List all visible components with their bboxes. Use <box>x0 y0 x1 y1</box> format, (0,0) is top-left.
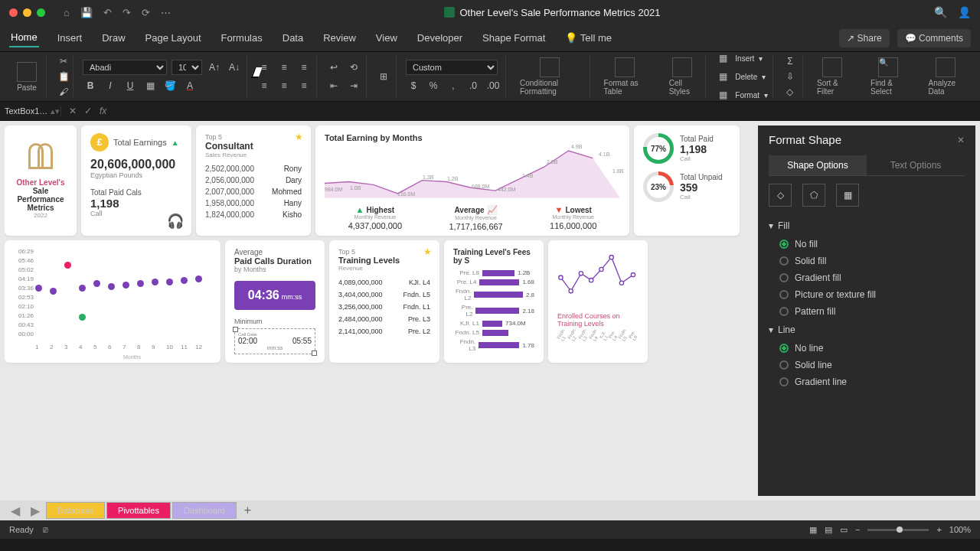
align-center-icon[interactable]: ≡ <box>276 78 292 93</box>
shape-options-tab[interactable]: Shape Options <box>769 155 867 175</box>
format-cells-icon[interactable]: ▦ <box>715 87 730 103</box>
sheet-dashboard[interactable]: Dashboard <box>172 502 237 519</box>
clear-icon[interactable]: ◇ <box>782 86 798 98</box>
refresh-icon[interactable]: ⟳ <box>142 7 150 18</box>
text-options-tab[interactable]: Text Options <box>867 155 965 175</box>
fill-line-icon[interactable]: ◇ <box>769 184 792 207</box>
align-bot-icon[interactable]: ≡ <box>296 60 312 75</box>
fill-opt[interactable]: Gradient fill <box>779 269 965 286</box>
comments-button[interactable]: 💬 Comments <box>897 29 971 47</box>
minimize-window[interactable] <box>23 8 31 17</box>
wrap-icon[interactable]: ↩ <box>326 60 341 75</box>
comma-icon[interactable]: , <box>446 78 461 93</box>
orient-icon[interactable]: ⟲ <box>346 60 361 75</box>
tab-draw[interactable]: Draw <box>100 29 126 47</box>
currency-icon[interactable]: $ <box>406 78 421 93</box>
percent-icon[interactable]: % <box>426 78 441 93</box>
effects-icon[interactable]: ⬠ <box>802 184 825 207</box>
selected-textbox[interactable]: Call Date 02:0005:55 mm:ss <box>234 328 315 354</box>
zoom-value[interactable]: 100% <box>949 525 971 534</box>
home-icon[interactable]: ⌂ <box>64 7 70 18</box>
view-break-icon[interactable]: ▭ <box>840 525 848 535</box>
more-icon[interactable]: ⋯ <box>161 7 171 18</box>
align-right-icon[interactable]: ≡ <box>296 78 312 93</box>
fillcolor-icon[interactable]: 🪣 <box>162 78 178 93</box>
format-table-button[interactable]: Format as Table <box>599 57 651 96</box>
tab-formulas[interactable]: Formulas <box>220 29 264 47</box>
tab-home[interactable]: Home <box>9 28 39 47</box>
italic-button[interactable]: I <box>103 78 118 93</box>
decrease-font-icon[interactable]: A↓ <box>227 60 242 75</box>
fontcolor-icon[interactable]: A <box>182 78 198 93</box>
add-sheet-icon[interactable]: + <box>238 504 257 517</box>
undo-icon[interactable]: ↶ <box>103 7 112 18</box>
align-left-icon[interactable]: ≡ <box>256 78 272 93</box>
zoom-out-icon[interactable]: − <box>855 525 860 534</box>
fill-icon[interactable]: ⇩ <box>782 70 798 83</box>
align-mid-icon[interactable]: ≡ <box>276 60 292 75</box>
macro-icon[interactable]: ⎚ <box>43 525 48 534</box>
tab-pagelayout[interactable]: Page Layout <box>144 29 203 47</box>
cond-format-button[interactable]: Conditional Formatting <box>515 57 585 96</box>
sheet-prev-icon[interactable]: ◀ <box>6 504 24 518</box>
line-opt[interactable]: No line <box>779 340 965 357</box>
fill-opt[interactable]: No fill <box>779 236 965 253</box>
analyze-button[interactable]: Analyze Data <box>924 57 968 96</box>
bold-button[interactable]: B <box>83 78 98 93</box>
accept-fx-icon[interactable]: ✓ <box>84 106 92 116</box>
view-normal-icon[interactable]: ▦ <box>809 525 817 535</box>
cancel-fx-icon[interactable]: ✕ <box>69 106 77 116</box>
number-format-select[interactable]: Custom <box>406 60 498 75</box>
copy-icon[interactable]: 📋 <box>56 70 71 83</box>
line-section[interactable]: ▾ Line <box>769 320 965 340</box>
zoom-slider[interactable] <box>867 529 929 531</box>
sort-filter-button[interactable]: Sort & Filter <box>812 57 852 96</box>
fill-opt[interactable]: Solid fill <box>779 253 965 269</box>
fx-icon[interactable]: fx <box>100 106 106 116</box>
line-opt[interactable]: Gradient line <box>779 373 965 390</box>
indent-dec-icon[interactable]: ⇤ <box>326 78 341 93</box>
indent-inc-icon[interactable]: ⇥ <box>346 78 361 93</box>
increase-font-icon[interactable]: A↑ <box>207 60 222 75</box>
tab-data[interactable]: Data <box>281 29 305 47</box>
tab-view[interactable]: View <box>374 29 399 47</box>
redo-icon[interactable]: ↷ <box>122 7 131 18</box>
fill-opt[interactable]: Picture or texture fill <box>779 286 965 303</box>
fill-section[interactable]: ▾ Fill <box>769 216 965 236</box>
border-icon[interactable]: ▦ <box>142 78 158 93</box>
sheet-pivot[interactable]: Pivottables <box>106 502 171 519</box>
tab-shapeformat[interactable]: Shape Format <box>481 29 547 47</box>
size-props-icon[interactable]: ▦ <box>836 184 859 207</box>
cell-styles-button[interactable]: Cell Styles <box>665 57 701 96</box>
insert-cells-icon[interactable]: ▦ <box>715 51 730 66</box>
fill-opt[interactable]: Pattern fill <box>779 303 965 320</box>
zoom-in-icon[interactable]: + <box>936 525 941 534</box>
cut-icon[interactable]: ✂ <box>56 55 71 67</box>
sheet-database[interactable]: Database <box>46 502 105 519</box>
fontsize-select[interactable]: 10 <box>172 60 202 75</box>
dec-dec-icon[interactable]: .00 <box>485 78 501 93</box>
view-layout-icon[interactable]: ▤ <box>825 525 832 535</box>
save-icon[interactable]: 💾 <box>80 7 93 18</box>
paste-button[interactable]: Paste <box>12 62 41 92</box>
tab-review[interactable]: Review <box>322 29 358 47</box>
close-panel-icon[interactable]: ✕ <box>957 135 965 145</box>
underline-button[interactable]: U <box>122 78 138 93</box>
name-box[interactable]: TextBox1… <box>5 106 47 116</box>
line-opt[interactable]: Solid line <box>779 357 965 373</box>
autosum-icon[interactable]: Σ <box>782 55 798 67</box>
inc-dec-icon[interactable]: .0 <box>466 78 481 93</box>
maximize-window[interactable] <box>37 8 45 17</box>
user-icon[interactable]: 👤 <box>958 6 971 18</box>
find-select-button[interactable]: 🔍Find & Select <box>866 57 910 96</box>
format-painter-icon[interactable]: 🖌 <box>56 86 71 98</box>
sheet-next-icon[interactable]: ▶ <box>26 504 44 518</box>
tab-developer[interactable]: Developer <box>416 29 464 47</box>
merge-icon[interactable]: ⊞ <box>376 69 391 84</box>
search-icon[interactable]: 🔍 <box>934 6 947 18</box>
delete-cells-icon[interactable]: ▦ <box>715 69 730 84</box>
close-window[interactable] <box>9 8 18 17</box>
tab-insert[interactable]: Insert <box>56 29 84 47</box>
font-select[interactable]: Abadi <box>83 60 167 75</box>
share-button[interactable]: ↗ Share <box>839 29 889 47</box>
